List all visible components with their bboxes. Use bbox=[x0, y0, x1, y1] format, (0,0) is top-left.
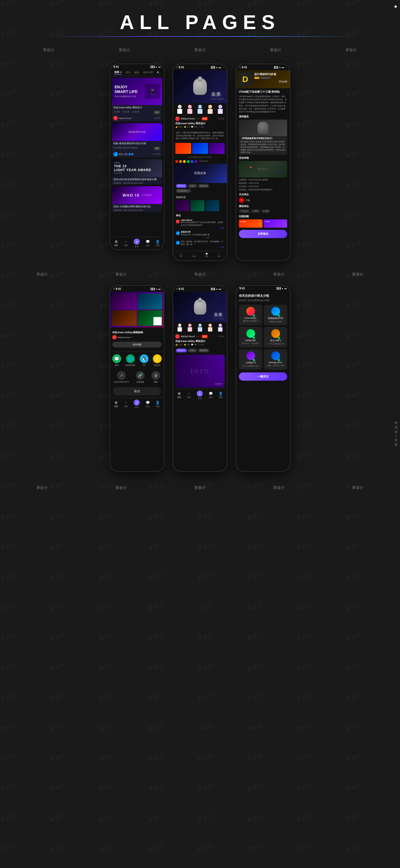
bottom-nav-collect[interactable]: ☆ 收藏 bbox=[124, 240, 128, 247]
cancel-button[interactable]: 取消 bbox=[113, 387, 161, 396]
more-icon[interactable]: ··· bbox=[222, 66, 224, 68]
share-copy[interactable]: 🔗 复制链接 bbox=[136, 371, 145, 383]
brand-item-1: 享设计 bbox=[43, 48, 55, 53]
phone5-profile-nav[interactable]: 👤 我的 bbox=[219, 392, 223, 399]
phone5-fig-3 bbox=[198, 323, 202, 332]
save-button[interactable]: 保存相册 bbox=[112, 342, 162, 347]
phone5-tag-3[interactable]: 插画绘制 bbox=[198, 348, 209, 352]
action-comments[interactable]: 💬 285 bbox=[205, 253, 208, 257]
bottom-nav-message[interactable]: 💬 消息 bbox=[146, 240, 150, 247]
battery-icon-2: ▬ bbox=[219, 66, 221, 68]
share-wechat[interactable]: 💬 微信 bbox=[112, 354, 121, 367]
phone5-time: 9:41 bbox=[179, 287, 184, 290]
follow-name-6: Brkdsjg Sknol bbox=[269, 361, 282, 364]
phone5-comments: 💬 545 bbox=[191, 344, 197, 346]
action-stars[interactable]: ☆ 2564 bbox=[192, 253, 196, 257]
phone2-description: 这是一个展示快手音视频技术能力的平台，我曾试将格的技术表达得更有趣一些，比如ba… bbox=[173, 130, 227, 142]
share-qq[interactable]: 🐧 QQ bbox=[140, 354, 148, 367]
nav-featured[interactable]: 佳作分享 bbox=[143, 71, 153, 74]
signal-icon-3: ▐▐▐ bbox=[273, 66, 278, 68]
china-flag: 🇨🇳 bbox=[239, 197, 244, 203]
tag-dropdown[interactable]: 作品集选定 ∨ bbox=[176, 189, 191, 193]
tag-1[interactable]: 网页设计 bbox=[176, 184, 187, 188]
wifi-icon-4: ▲ bbox=[155, 288, 158, 290]
card3-image: 光年奖 THE 10LIGHT YEAR AWARD 2021年度 bbox=[112, 159, 162, 177]
bottom-nav-profile[interactable]: 👤 我的 bbox=[156, 240, 160, 247]
phone5-back-icon[interactable]: ‹ bbox=[176, 287, 177, 291]
phone4-collect-nav[interactable]: ☆ 收藏 bbox=[124, 401, 128, 408]
bottom-nav-publish[interactable]: + 发布 bbox=[134, 239, 140, 248]
card1-author: Rikfsd Pknnf ✓ 2分钟前 bbox=[112, 115, 162, 122]
phone2-time: 2分钟前 bbox=[218, 117, 225, 120]
phone4-verified: ✓ bbox=[131, 336, 133, 338]
more-icon-5[interactable]: ··· bbox=[222, 288, 224, 290]
feed-card-2[interactable]: 移动应用UI分析 经验·移动应用程序UI设计分析 5142浏览·3654点赞·5… bbox=[112, 123, 162, 157]
star-action-icon: ☆ bbox=[193, 253, 195, 255]
author-avatar-2 bbox=[113, 152, 118, 156]
side-design-text: D·E·S·I·G·N bbox=[395, 422, 398, 446]
phone3-back-icon[interactable]: ‹ bbox=[239, 65, 240, 69]
phone5-tag-2[interactable]: UI设计 bbox=[188, 348, 197, 352]
qq-icon: 🐧 bbox=[140, 354, 148, 363]
add-icon: + bbox=[134, 239, 140, 245]
card3-title: 活动·2021年北京科协科幻创作创意大赛 bbox=[113, 178, 161, 181]
phone2-action-bar: ♥ 396 ☆ 2564 💬 285 ↗ 124 bbox=[173, 251, 227, 259]
action-shares[interactable]: ↗ 124 bbox=[218, 253, 221, 257]
share-open[interactable]: ↗ 在友邻空间中打开 bbox=[114, 371, 129, 383]
bottom-nav-home[interactable]: ⊞ 首页 bbox=[114, 240, 118, 247]
phone4-back-icon[interactable]: ‹ bbox=[113, 287, 114, 291]
online-dot-4 bbox=[278, 337, 280, 339]
feed-card-4[interactable]: WHO IS 小Z共动记 活动·小Z站酷15周年潮玩共创计划 活动时间：2021… bbox=[112, 186, 162, 212]
signal-icon-5: ▐▐▐ bbox=[210, 288, 215, 290]
enjoy-sub: TAIIOT智能家居设计大赛 bbox=[114, 95, 136, 98]
phone5-tags: 网页设计 UI设计 插画绘制 bbox=[173, 347, 227, 353]
tag-2[interactable]: UI设计 bbox=[188, 184, 197, 188]
other-work-3[interactable] bbox=[205, 200, 219, 211]
phone5-tag-1[interactable]: 网页设计 bbox=[176, 348, 187, 352]
phone4-profile-nav[interactable]: 👤 我的 bbox=[156, 401, 160, 408]
nav-search-icon[interactable]: 🔍 bbox=[157, 71, 160, 74]
register-button[interactable]: 立即报名 bbox=[239, 230, 287, 238]
msg-icon-5: 💬 bbox=[209, 392, 213, 396]
phone4-home-nav[interactable]: ⊞ 首页 bbox=[114, 401, 118, 408]
back-icon[interactable]: ‹ bbox=[176, 65, 177, 69]
phone5-publish-nav[interactable]: + 发布 bbox=[197, 391, 203, 400]
feed-card-3[interactable]: 光年奖 THE 10LIGHT YEAR AWARD 2021年度 活动·202… bbox=[112, 159, 162, 185]
follow-btn-2[interactable]: 关注 bbox=[154, 147, 161, 150]
comment-content-2: 某某设计师 同为设计师，为何你能如此赚不够 ↑ 546 bbox=[181, 230, 209, 239]
phone5-title: 作品·Kwai Ability 网页设计 bbox=[175, 340, 225, 343]
location-badge: Beijing DCD bbox=[260, 77, 271, 79]
share-moments[interactable]: 🌐 微信朋友圈 bbox=[126, 354, 135, 367]
more-icon-3[interactable]: ··· bbox=[285, 66, 287, 68]
author-avatar-5 bbox=[175, 334, 180, 339]
other-work-2[interactable] bbox=[191, 200, 204, 211]
phone5-collect-nav[interactable]: ☆ 收藏 bbox=[187, 392, 191, 399]
phone5-msg-nav[interactable]: 💬 消息 bbox=[209, 392, 213, 399]
brand-item-2: 享设计 bbox=[119, 48, 130, 53]
follow-all-button[interactable]: 一键关注 bbox=[239, 372, 287, 381]
share-delete[interactable]: 🗑 删除 bbox=[152, 371, 160, 383]
feed-card-1[interactable]: ENJOYSMART LIFE TAIIOT智能家居设计大赛 📱 作品·Kwai… bbox=[112, 78, 162, 122]
follow-btn-1[interactable]: 关注 bbox=[154, 111, 161, 114]
phone4-msg-nav[interactable]: 💬 消息 bbox=[146, 401, 150, 408]
action-likes[interactable]: ♥ 396 bbox=[179, 253, 183, 257]
nav-follow[interactable]: 关注 bbox=[126, 71, 130, 74]
home-icon-4: ⊞ bbox=[115, 401, 118, 405]
phone5-large-image: torn 宏观未来 bbox=[175, 354, 225, 388]
phone1-nav[interactable]: 首推 ∨ 关注 最新 佳作分享 🔍 bbox=[110, 69, 164, 76]
share-qqzone[interactable]: ⭐ QQ空间 bbox=[153, 354, 162, 367]
tag-3[interactable]: 插画绘制 bbox=[198, 184, 209, 188]
phone-5-detail2: ‹ 9:41 ▐▐▐ ▲ ▬ ··· 未来 FUTURE bbox=[173, 285, 227, 472]
nav-latest[interactable]: 最新 bbox=[134, 71, 139, 74]
nav-home[interactable]: 首推 ∨ bbox=[114, 70, 122, 74]
phone-3-utalk: ‹ 9:41 ▐▐▐ ▲ ▬ ··· D 设计师的时代价值 DCD Beijin… bbox=[236, 64, 291, 261]
organizer-name: 中国 bbox=[245, 199, 250, 202]
follow-avatar-wrapper-1 bbox=[246, 307, 255, 317]
speaker-image bbox=[239, 120, 287, 136]
copy-icon: 🔗 bbox=[136, 371, 145, 380]
other-work-1[interactable] bbox=[176, 200, 190, 211]
moments-icon: 🌐 bbox=[126, 354, 135, 363]
phone5-home-nav[interactable]: ⊞ 首页 bbox=[177, 392, 181, 399]
phone4-publish-nav[interactable]: + 发布 bbox=[134, 400, 140, 409]
follow-desc-6: 全国一号的设计大家 bbox=[267, 364, 284, 367]
